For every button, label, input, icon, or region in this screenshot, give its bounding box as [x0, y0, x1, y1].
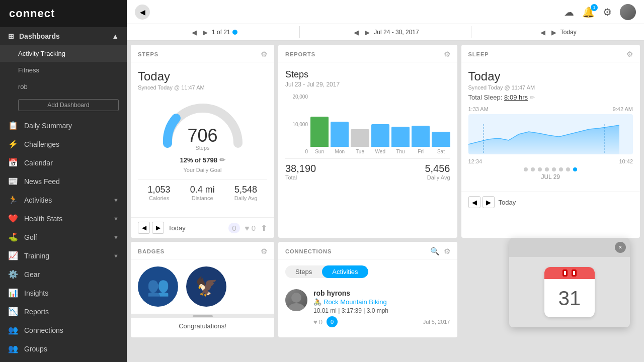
pages-next-button[interactable]: ▶	[201, 28, 210, 37]
sleep-settings-icon[interactable]: ⚙	[626, 50, 633, 59]
pages-prev-button[interactable]: ◀	[190, 28, 199, 37]
sleep-edit-icon[interactable]: ✏	[530, 94, 535, 101]
reports-avg: 5,456 Daily Avg	[425, 163, 450, 180]
calendar-popup-close-button[interactable]: ×	[615, 242, 626, 253]
sidebar-item-news-feed[interactable]: 📰 News Feed	[0, 172, 127, 191]
sidebar-item-insights[interactable]: 📊 Insights	[0, 284, 127, 302]
tab-activities[interactable]: Activities	[322, 265, 368, 278]
user-avatar[interactable]	[620, 4, 636, 20]
sidebar-item-connections[interactable]: 👥 Connections	[0, 321, 127, 339]
cal-ring-right	[572, 269, 577, 277]
connections-search-icon[interactable]: 🔍	[430, 247, 440, 256]
reports-icon: 📉	[8, 307, 18, 316]
health-stats-icon: ❤️	[8, 214, 18, 223]
today-next-button[interactable]: ▶	[549, 28, 558, 37]
reports-section-label: REPORTS	[285, 51, 444, 57]
sleep-section-label: SLEEP	[468, 51, 627, 57]
bar-thu-blue	[391, 127, 410, 147]
settings-icon[interactable]: ⚙	[603, 6, 612, 18]
badges-settings-icon[interactable]: ⚙	[261, 247, 267, 256]
steps-card: STEPS ⚙ Today Synced Today @ 11:47 AM	[131, 45, 274, 238]
add-dashboard-button[interactable]: Add Dashboard	[18, 99, 119, 111]
sleep-nav: ◀ ▶ Today	[461, 192, 640, 212]
bar-sun: Sun	[310, 117, 329, 154]
sidebar-item-rob[interactable]: rob	[0, 78, 127, 95]
dashboard-top-nav: ◀ ▶ 1 of 21 ◀ ▶ Jul 24 - 30, 2017 ◀ ▶ To…	[127, 24, 644, 41]
sidebar-item-health-stats[interactable]: ❤️ Health Stats ▼	[0, 209, 127, 228]
chevron-up-icon: ▲	[112, 32, 119, 40]
sidebar: connect ⊞ Dashboards ▲ Activity Tracking…	[0, 0, 127, 362]
y-axis-bottom: 0	[285, 149, 308, 154]
sleep-next-button[interactable]: ▶	[482, 196, 495, 208]
sidebar-item-daily-summary[interactable]: 📋 Daily Summary	[0, 116, 127, 135]
steps-next-button[interactable]: ▶	[152, 222, 164, 234]
reports-card-header: REPORTS ⚙	[278, 45, 457, 62]
sidebar-item-calendar[interactable]: 📅 Calendar	[0, 153, 127, 172]
training-chevron-icon: ▼	[113, 253, 119, 259]
sleep-total-val[interactable]: 8:09 hrs	[504, 94, 528, 101]
sidebar-item-activity-tracking[interactable]: Activity Tracking	[0, 45, 127, 62]
edit-goal-icon[interactable]: ✏	[219, 156, 225, 164]
conn-like-button[interactable]: ♥ 0	[313, 318, 323, 326]
svg-point-3	[291, 293, 301, 303]
steps-prev-button[interactable]: ◀	[138, 222, 150, 234]
connections-card-header: CONNECTIONS 🔍 ⚙	[278, 242, 457, 259]
today-prev-button[interactable]: ◀	[538, 28, 547, 37]
sleep-prev-button[interactable]: ◀	[468, 196, 480, 208]
calories-value: 1,053	[148, 185, 171, 195]
tab-steps[interactable]: Steps	[285, 265, 322, 278]
reports-body: Steps Jul 23 - Jul 29, 2017 20,000 10,00…	[278, 62, 457, 188]
sidebar-item-fitness[interactable]: Fitness	[0, 62, 127, 78]
connections-icon: 👥	[8, 325, 18, 335]
sidebar-item-activities[interactable]: 🏃 Activities ▼	[0, 191, 127, 209]
sleep-dot-5	[552, 167, 556, 171]
share-icon[interactable]: ⬆	[261, 223, 267, 233]
sleep-nav-date: Today	[499, 199, 516, 206]
steps-value: 706	[187, 127, 217, 145]
calendar-nav-icon: 📅	[8, 158, 18, 167]
sidebar-item-training[interactable]: 📈 Training ▼	[0, 246, 127, 265]
health-stats-chevron-icon: ▼	[113, 216, 119, 222]
dates-next-button[interactable]: ▶	[363, 28, 372, 37]
upload-icon[interactable]: ☁	[564, 6, 574, 18]
scroll-thumb	[193, 315, 213, 317]
calories-metric: 1,053 Calories	[148, 185, 171, 201]
dates-prev-button[interactable]: ◀	[352, 28, 361, 37]
cards-second-row: BADGES ⚙ 👥 🦅 Congratulations!	[127, 242, 644, 341]
sleep-card: SLEEP ⚙ Today Synced Today @ 11:47 AM To…	[461, 45, 640, 238]
steps-settings-icon[interactable]: ⚙	[261, 50, 267, 59]
golf-label: Golf	[24, 233, 37, 241]
sidebar-item-gear[interactable]: ⚙️ Gear	[0, 265, 127, 284]
sidebar-item-trophy-case[interactable]: 🏆 Trophy Case	[0, 358, 127, 362]
health-stats-label: Health Stats	[24, 215, 62, 223]
cal-top	[544, 267, 595, 279]
sleep-time-left: 12:34	[468, 158, 482, 164]
sidebar-dashboards-section[interactable]: ⊞ Dashboards ▲	[0, 27, 127, 45]
sidebar-item-reports[interactable]: 📉 Reports	[0, 302, 127, 321]
connections-settings-icon[interactable]: ⚙	[444, 247, 450, 256]
sidebar-item-challenges[interactable]: ⚡ Challenges	[0, 135, 127, 153]
steps-footer: ◀ ▶ Today 0 ♥ 0 ⬆	[131, 217, 274, 238]
comment-count[interactable]: 0	[228, 223, 239, 233]
like-icon[interactable]: ♥ 0	[245, 224, 256, 232]
calendar-popup: × 31	[509, 238, 630, 327]
collapse-sidebar-button[interactable]: ◀	[135, 5, 150, 20]
reports-settings-icon[interactable]: ⚙	[444, 50, 450, 59]
reports-date-range: Jul 23 - Jul 29, 2017	[285, 81, 450, 88]
notifications-icon[interactable]: 🔔 1	[582, 6, 595, 18]
sidebar-item-golf[interactable]: ⛳ Golf ▼	[0, 228, 127, 246]
activities-icon: 🏃	[8, 195, 18, 205]
svg-point-4	[288, 303, 304, 311]
bar-tue-gray	[351, 129, 369, 147]
distance-value: 0.4 mi	[190, 185, 215, 195]
connections-section-label: CONNECTIONS	[285, 248, 430, 254]
steps-nav-date: Today	[168, 224, 186, 232]
reports-total: 38,190 Total	[285, 163, 316, 180]
activity-name[interactable]: Rock Mountain Biking	[324, 298, 387, 306]
connections-label: Connections	[24, 326, 63, 334]
conn-comment-button[interactable]: 0	[327, 316, 338, 327]
conn-user-name: rob hyrons	[313, 289, 450, 297]
dashboards-label: Dashboards	[19, 32, 60, 40]
sidebar-item-groups[interactable]: 👥 Groups	[0, 339, 127, 358]
calendar-popup-header: ×	[509, 238, 630, 257]
